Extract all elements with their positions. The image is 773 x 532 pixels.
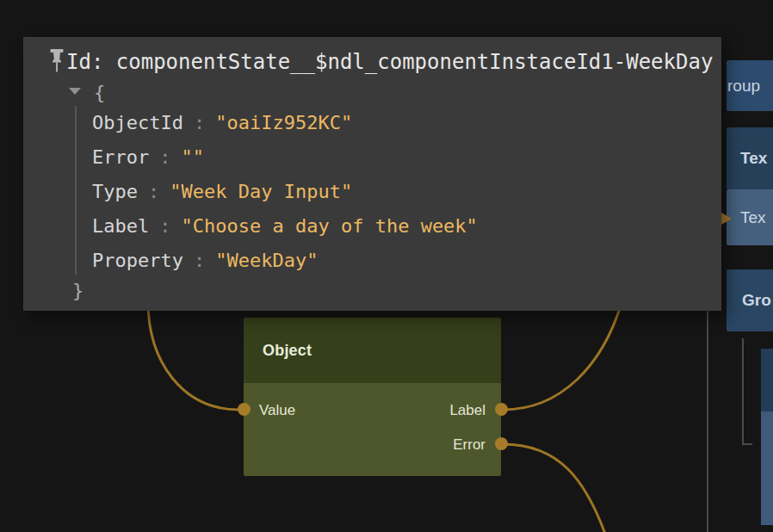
json-row: ObjectId:"oaiIz952KC" — [92, 105, 478, 139]
json-key: ObjectId — [92, 112, 183, 133]
output-port-label-error: Error — [453, 436, 485, 454]
pin-icon[interactable] — [49, 49, 65, 73]
input-port-triangle-icon[interactable] — [721, 213, 732, 225]
json-key: Property — [92, 250, 183, 271]
object-node-body: Value Label Error — [244, 383, 501, 476]
json-separator: : — [159, 215, 170, 237]
json-open-brace: { — [94, 77, 105, 108]
wire-from-error-port[interactable] — [503, 444, 605, 532]
json-separator: : — [194, 250, 205, 271]
json-key: Error — [92, 146, 149, 168]
group-node-label: roup — [727, 77, 760, 96]
json-row: Label:"Choose a day of the week" — [92, 208, 478, 243]
input-port-label-value: Value — [259, 402, 295, 419]
json-indent-guide — [75, 106, 77, 275]
far-right-node-body-partial[interactable] — [761, 411, 773, 525]
popup-title: Id: componentState__$ndl_componentInstac… — [66, 49, 713, 75]
wire-from-label-port[interactable] — [503, 303, 621, 410]
json-value: "Week Day Input" — [170, 181, 352, 202]
json-value: "oaiIz952KC" — [215, 112, 352, 133]
text-node-header-label: Tex — [740, 149, 767, 168]
json-value: "" — [181, 146, 204, 168]
wire-to-value-port[interactable] — [148, 301, 239, 410]
json-separator: : — [194, 112, 205, 133]
value-input-port[interactable] — [238, 403, 250, 416]
json-rows: ObjectId:"oaiIz952KC" Error:"" Type:"Wee… — [92, 105, 478, 277]
json-row: Property:"WeekDay" — [92, 243, 478, 277]
json-row: Error:"" — [92, 139, 478, 174]
collapse-caret-icon[interactable] — [69, 88, 81, 95]
json-close-brace: } — [72, 273, 83, 307]
json-value: "WeekDay" — [215, 250, 318, 271]
text-node-body-partial[interactable]: Tex — [727, 189, 773, 245]
text-node-header-partial[interactable]: Tex — [727, 127, 773, 189]
json-separator: : — [159, 146, 170, 168]
group-node-partial[interactable]: roup — [727, 60, 773, 111]
group2-node-partial[interactable]: Gro — [727, 269, 773, 331]
object-node[interactable]: Object Value Label Error — [244, 318, 501, 476]
json-row: Type:"Week Day Input" — [92, 174, 478, 208]
label-output-port[interactable] — [495, 403, 508, 416]
json-value: "Choose a day of the week" — [181, 215, 477, 237]
json-separator: : — [148, 181, 159, 202]
node-graph-canvas[interactable]: Object Value Label Error roup Tex Tex Gr… — [0, 0, 773, 532]
text-node-body-label: Tex — [740, 208, 766, 227]
debug-inspector-popup: Id: componentState__$ndl_componentInstac… — [23, 37, 721, 311]
object-node-title: Object — [263, 342, 312, 360]
json-key: Type — [92, 181, 138, 202]
group2-node-label: Gro — [742, 291, 771, 310]
far-right-node-header-partial[interactable] — [761, 349, 773, 411]
object-node-header[interactable]: Object — [244, 318, 501, 383]
json-key: Label — [92, 215, 149, 237]
error-output-port[interactable] — [495, 437, 508, 450]
output-port-label-label: Label — [449, 402, 485, 419]
